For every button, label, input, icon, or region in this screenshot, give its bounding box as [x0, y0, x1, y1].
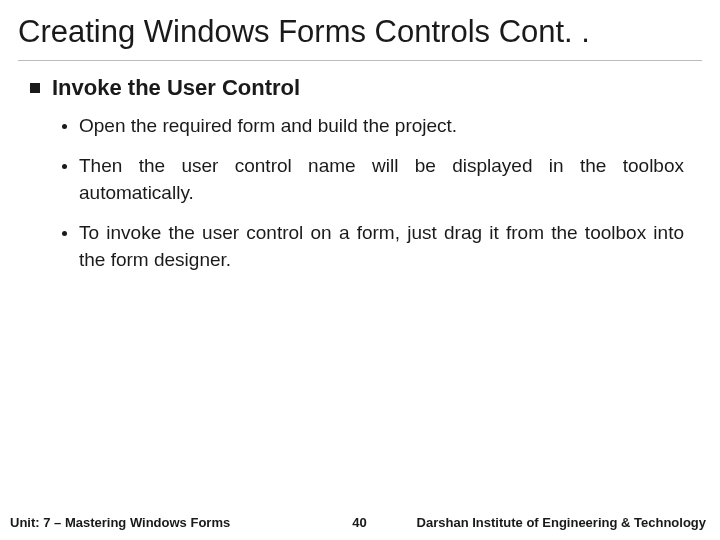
dot-bullet-icon: [62, 231, 67, 236]
list-item: To invoke the user control on a form, ju…: [62, 220, 684, 273]
slide: Creating Windows Forms Controls Cont. . …: [0, 0, 720, 540]
slide-content: Invoke the User Control Open the require…: [18, 61, 702, 274]
dot-bullet-icon: [62, 124, 67, 129]
footer-page-number: 40: [302, 515, 416, 530]
slide-title: Creating Windows Forms Controls Cont. .: [18, 12, 702, 61]
bullet-text: To invoke the user control on a form, ju…: [79, 220, 684, 273]
dot-bullet-icon: [62, 164, 67, 169]
list-item: Then the user control name will be displ…: [62, 153, 684, 206]
bullet-text: Open the required form and build the pro…: [79, 113, 457, 140]
bullet-text: Then the user control name will be displ…: [79, 153, 684, 206]
slide-footer: Unit: 7 – Mastering Windows Forms 40 Dar…: [0, 515, 720, 530]
bullet-list: Open the required form and build the pro…: [28, 113, 688, 274]
square-bullet-icon: [30, 83, 40, 93]
list-item: Open the required form and build the pro…: [62, 113, 684, 140]
footer-unit: Unit: 7 – Mastering Windows Forms: [10, 515, 230, 530]
footer-organization: Darshan Institute of Engineering & Techn…: [417, 515, 706, 530]
section-heading: Invoke the User Control: [52, 75, 300, 101]
section-heading-row: Invoke the User Control: [28, 75, 688, 101]
